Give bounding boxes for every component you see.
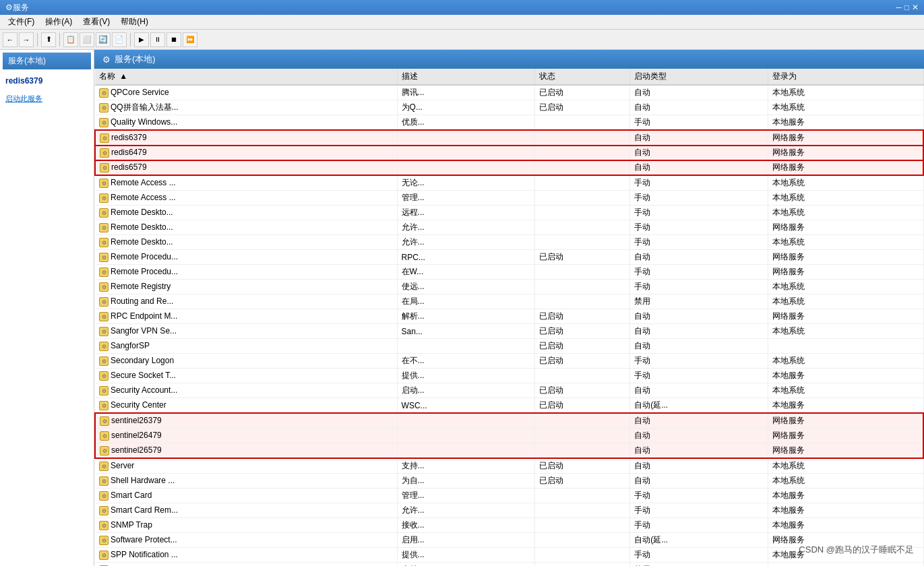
- table-row[interactable]: ⚙QQ拼音输入法基...为Q...已启动自动本地系统: [95, 100, 923, 115]
- service-name-cell: ⚙sentinel26379: [95, 413, 397, 429]
- table-row[interactable]: ⚙sentinel26379自动网络服务: [95, 413, 923, 429]
- service-icon: ⚙: [99, 536, 109, 545]
- table-row[interactable]: ⚙RPC Endpoint M...解析...已启动自动网络服务: [95, 309, 923, 324]
- service-icon: ⚙: [99, 238, 109, 247]
- service-name-text: SangforSP: [111, 341, 150, 350]
- service-startup-cell: 手动: [630, 115, 768, 131]
- table-row[interactable]: ⚙Remote Access ...无论...手动本地系统: [95, 175, 923, 191]
- table-row[interactable]: ⚙redis6379自动网络服务: [95, 130, 923, 146]
- service-name-cell: ⚙Security Account...: [95, 383, 397, 398]
- service-icon: ⚙: [99, 103, 109, 113]
- table-row[interactable]: ⚙SQL Active Direc...支持...禁用: [95, 563, 923, 567]
- service-desc-cell: [397, 146, 535, 160]
- service-startup-cell: 自动: [630, 383, 768, 398]
- restart-button[interactable]: ⏩: [183, 32, 197, 47]
- service-login-cell: [768, 339, 923, 354]
- col-header-login[interactable]: 登录为: [768, 69, 923, 85]
- service-icon: ⚙: [100, 446, 109, 455]
- table-row[interactable]: ⚙SangforSP已启动自动: [95, 339, 923, 354]
- up-button[interactable]: ⬆: [41, 32, 56, 47]
- table-row[interactable]: ⚙Remote Deskto...远程...手动本地系统: [95, 206, 923, 220]
- col-header-status[interactable]: 状态: [535, 69, 630, 85]
- menu-bar: 文件(F) 操作(A) 查看(V) 帮助(H): [0, 15, 924, 30]
- table-row[interactable]: ⚙Smart Card Rem...允许...手动本地服务: [95, 503, 923, 518]
- service-login-cell: 网络服务: [768, 443, 923, 459]
- table-row[interactable]: ⚙Sangfor VPN Se...San...已启动自动本地系统: [95, 324, 923, 339]
- service-startup-cell: 自动: [630, 324, 768, 339]
- service-name-text: Sangfor VPN Se...: [111, 326, 177, 336]
- menu-file[interactable]: 文件(F): [3, 15, 40, 29]
- service-startup-cell: 手动: [630, 235, 768, 250]
- refresh-button[interactable]: 🔄: [96, 32, 111, 47]
- table-row[interactable]: ⚙Routing and Re...在局...禁用本地系统: [95, 294, 923, 309]
- service-status-cell: [535, 563, 630, 567]
- col-header-desc[interactable]: 描述: [397, 69, 535, 85]
- table-row[interactable]: ⚙Remote Procedu...RPC...已启动自动网络服务: [95, 250, 923, 265]
- service-name-text: Software Protect...: [111, 535, 177, 544]
- title-bar-icon: ⚙: [5, 3, 13, 12]
- table-row[interactable]: ⚙Remote Registry使远...手动本地系统: [95, 280, 923, 294]
- maximize-btn[interactable]: □: [904, 3, 909, 12]
- service-name-cell: ⚙Smart Card: [95, 489, 397, 503]
- service-name-cell: ⚙Software Protect...: [95, 533, 397, 548]
- menu-help[interactable]: 帮助(H): [115, 15, 154, 29]
- table-row[interactable]: ⚙redis6579自动网络服务: [95, 160, 923, 176]
- service-name-cell: ⚙Quality Windows...: [95, 115, 397, 131]
- minimize-btn[interactable]: ─: [896, 3, 902, 12]
- table-row[interactable]: ⚙Secondary Logon在不...已启动手动本地系统: [95, 354, 923, 369]
- table-row[interactable]: ⚙Remote Procedu...在W...手动网络服务: [95, 265, 923, 280]
- stop-button[interactable]: ⏹: [166, 32, 181, 47]
- table-row[interactable]: ⚙QPCore Service腾讯...已启动自动本地系统: [95, 85, 923, 100]
- service-icon: ⚙: [100, 431, 109, 441]
- table-row[interactable]: ⚙Quality Windows...优质...手动本地服务: [95, 115, 923, 131]
- service-startup-cell: 自动: [630, 339, 768, 354]
- service-login-cell: 网络服务: [768, 413, 923, 429]
- sidebar-current-item[interactable]: redis6379: [3, 75, 91, 87]
- close-btn[interactable]: ✕: [912, 3, 919, 12]
- table-row[interactable]: ⚙Security CenterWSC...已启动自动(延...本地服务: [95, 398, 923, 414]
- table-row[interactable]: ⚙Remote Access ...管理...手动本地系统: [95, 191, 923, 206]
- services-table-container[interactable]: 名称 ▲ 描述 状态 启动类型 登录为 ⚙QPCore Service腾讯...…: [94, 69, 924, 566]
- forward-button[interactable]: →: [19, 32, 34, 47]
- table-row[interactable]: ⚙Server支持...已启动自动本地系统: [95, 458, 923, 474]
- service-name-cell: ⚙SNMP Trap: [95, 518, 397, 533]
- service-name-text: Remote Registry: [111, 282, 171, 291]
- sidebar-action-link[interactable]: 启动此服务: [3, 92, 91, 105]
- view-button[interactable]: ⬜: [80, 32, 94, 47]
- service-icon: ⚙: [99, 193, 109, 203]
- service-login-cell: 本地系统: [768, 458, 923, 474]
- show-hide-button[interactable]: 📋: [63, 32, 78, 47]
- service-status-cell: 已启动: [535, 458, 630, 474]
- start-button[interactable]: ▶: [134, 32, 149, 47]
- menu-view[interactable]: 查看(V): [78, 15, 115, 29]
- service-icon: ⚙: [100, 133, 109, 143]
- service-desc-cell: 远程...: [397, 206, 535, 220]
- service-desc-cell: 无论...: [397, 175, 535, 191]
- service-desc-cell: 允许...: [397, 503, 535, 518]
- service-name-cell: ⚙Secure Socket T...: [95, 369, 397, 383]
- service-login-cell: 本地系统: [768, 100, 923, 115]
- table-row[interactable]: ⚙Security Account...启动...已启动自动本地系统: [95, 383, 923, 398]
- table-row[interactable]: ⚙Secure Socket T...提供...手动本地服务: [95, 369, 923, 383]
- back-button[interactable]: ←: [3, 32, 18, 47]
- table-row[interactable]: ⚙Shell Hardware ...为自...已启动自动本地系统: [95, 474, 923, 489]
- table-row[interactable]: ⚙Remote Deskto...允许...手动网络服务: [95, 220, 923, 235]
- table-row[interactable]: ⚙sentinel26579自动网络服务: [95, 443, 923, 459]
- table-row[interactable]: ⚙redis6479自动网络服务: [95, 146, 923, 160]
- table-row[interactable]: ⚙Smart Card管理...手动本地服务: [95, 489, 923, 503]
- service-status-cell: [535, 413, 630, 429]
- service-desc-cell: 支持...: [397, 458, 535, 474]
- sidebar-header: 服务(本地): [3, 53, 91, 69]
- table-row[interactable]: ⚙Remote Deskto...允许...手动本地系统: [95, 235, 923, 250]
- properties-button[interactable]: 📄: [112, 32, 127, 47]
- service-icon: ⚙: [99, 506, 109, 515]
- col-header-startup[interactable]: 启动类型: [630, 69, 768, 85]
- service-startup-cell: 自动(延...: [630, 533, 768, 548]
- table-row[interactable]: ⚙SNMP Trap接收...手动本地服务: [95, 518, 923, 533]
- service-name-cell: ⚙Routing and Re...: [95, 294, 397, 309]
- col-header-name[interactable]: 名称 ▲: [95, 69, 397, 85]
- service-name-cell: ⚙Remote Deskto...: [95, 220, 397, 235]
- table-row[interactable]: ⚙sentinel26479自动网络服务: [95, 429, 923, 443]
- pause-button[interactable]: ⏸: [150, 32, 165, 47]
- menu-action[interactable]: 操作(A): [40, 15, 78, 29]
